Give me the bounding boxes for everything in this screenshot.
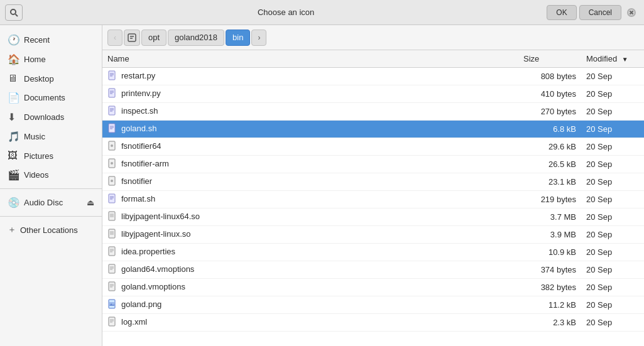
sidebar-item-recent[interactable]: 🕐 Recent — [0, 30, 102, 50]
file-modified: 20 Sep — [581, 244, 644, 261]
table-row[interactable]: libyjpagent-linux.so3.9 MB20 Sep — [102, 226, 644, 244]
file-name: goland.vmoptions — [121, 282, 185, 291]
table-row[interactable]: goland.vmoptions382 bytes20 Sep — [102, 279, 644, 296]
file-name: printenv.py — [121, 89, 161, 98]
file-icon — [107, 158, 117, 168]
table-row[interactable]: libyjpagent-linux64.so3.7 MB20 Sep — [102, 208, 644, 226]
file-icon — [107, 193, 117, 203]
file-name: fsnotifier — [121, 176, 152, 186]
file-icon — [107, 211, 117, 221]
audio-disc-left: 💿 Audio Disc — [8, 197, 63, 208]
table-row[interactable]: fsnotifier6429.6 kB20 Sep — [102, 138, 644, 156]
file-size: 382 bytes — [518, 279, 581, 296]
file-icon — [107, 70, 117, 80]
file-icon — [107, 88, 117, 98]
back-button[interactable]: ‹ — [107, 30, 123, 46]
table-row[interactable]: inspect.sh270 bytes20 Sep — [102, 103, 644, 121]
ok-button[interactable]: OK — [547, 5, 576, 20]
downloads-icon: ⬇ — [8, 111, 19, 123]
pictures-icon: 🖼 — [8, 150, 19, 161]
forward-button[interactable]: › — [251, 30, 266, 46]
table-row[interactable]: log.xml2.3 kB20 Sep — [102, 314, 644, 332]
table-row[interactable]: printenv.py410 bytes20 Sep — [102, 85, 644, 103]
file-name: fsnotifier64 — [121, 141, 161, 151]
sort-arrow-icon: ▼ — [622, 56, 628, 63]
path-segment-bin[interactable]: bin — [226, 30, 250, 46]
table-row[interactable]: format.sh219 bytes20 Sep — [102, 191, 644, 208]
file-modified: 20 Sep — [581, 138, 644, 156]
sidebar-item-home[interactable]: 🏠 Home — [0, 50, 102, 69]
file-size: 3.9 MB — [518, 226, 581, 244]
file-icon — [107, 299, 117, 309]
home-icon: 🏠 — [8, 53, 19, 65]
table-row[interactable]: goland64.vmoptions374 bytes20 Sep — [102, 261, 644, 279]
svg-point-27 — [111, 162, 113, 165]
svg-line-1 — [16, 14, 18, 16]
sidebar-item-downloads[interactable]: ⬇ Downloads — [0, 107, 102, 127]
sidebar-label-audio-disc: Audio Disc — [24, 198, 63, 207]
plus-icon: ＋ — [8, 224, 16, 235]
file-size: 6.8 kB — [518, 121, 581, 138]
svg-rect-8 — [109, 71, 115, 80]
file-size: 23.1 kB — [518, 173, 581, 191]
table-row[interactable]: idea.properties10.9 kB20 Sep — [102, 244, 644, 261]
sidebar-item-documents[interactable]: 📄 Documents — [0, 88, 102, 107]
recent-icon: 🕐 — [8, 34, 19, 46]
file-name: log.xml — [121, 317, 147, 327]
file-list-body: restart.py808 bytes20 Sep printenv.py410… — [102, 68, 644, 332]
file-size: 374 bytes — [518, 261, 581, 279]
svg-rect-12 — [109, 89, 115, 97]
close-button[interactable] — [624, 5, 639, 20]
file-modified: 20 Sep — [581, 173, 644, 191]
file-list[interactable]: Name Size Modified ▼ restart.py808 bytes… — [102, 50, 644, 346]
table-row[interactable]: fsnotifier-arm26.5 kB20 Sep — [102, 156, 644, 173]
main-content: 🕐 Recent 🏠 Home 🖥 Desktop 📄 Documents ⬇ … — [0, 25, 644, 346]
file-name: goland.sh — [121, 124, 156, 133]
file-size: 29.6 kB — [518, 138, 581, 156]
col-header-name[interactable]: Name — [102, 50, 518, 68]
col-header-modified[interactable]: Modified ▼ — [581, 50, 644, 68]
sidebar-item-music[interactable]: 🎵 Music — [0, 127, 102, 146]
eject-icon[interactable]: ⏏ — [87, 198, 94, 207]
sidebar-label-desktop: Desktop — [24, 74, 54, 84]
sidebar-item-other-locations[interactable]: ＋ Other Locations — [0, 220, 102, 239]
path-icon-button[interactable] — [124, 30, 140, 46]
documents-icon: 📄 — [8, 92, 19, 104]
sidebar-item-audio-disc[interactable]: 💿 Audio Disc ⏏ — [0, 193, 102, 212]
table-row[interactable]: goland.png11.2 kB20 Sep — [102, 296, 644, 314]
videos-icon: 🎬 — [8, 169, 19, 181]
svg-rect-20 — [109, 124, 115, 132]
sidebar: 🕐 Recent 🏠 Home 🖥 Desktop 📄 Documents ⬇ … — [0, 25, 102, 346]
svg-rect-50 — [109, 282, 115, 291]
svg-rect-34 — [109, 212, 115, 220]
file-area: ‹ opt goland2018 bin › — [102, 25, 644, 346]
file-icon — [107, 281, 117, 291]
file-modified: 20 Sep — [581, 314, 644, 332]
table-row[interactable]: fsnotifier23.1 kB20 Sep — [102, 173, 644, 191]
table-row[interactable]: restart.py808 bytes20 Sep — [102, 68, 644, 85]
svg-rect-16 — [109, 106, 115, 115]
sidebar-item-pictures[interactable]: 🖼 Pictures — [0, 146, 102, 165]
file-icon — [107, 316, 117, 327]
path-segment-goland2018[interactable]: goland2018 — [168, 30, 224, 46]
sidebar-item-desktop[interactable]: 🖥 Desktop — [0, 69, 102, 88]
search-button[interactable] — [5, 4, 23, 21]
file-size: 410 bytes — [518, 85, 581, 103]
svg-rect-30 — [109, 194, 115, 203]
svg-rect-46 — [109, 264, 115, 273]
pathbar: ‹ opt goland2018 bin › — [102, 25, 644, 50]
cancel-button[interactable]: Cancel — [579, 5, 621, 20]
path-segment-opt[interactable]: opt — [141, 30, 166, 46]
file-icon — [107, 264, 117, 274]
table-row[interactable]: goland.sh6.8 kB20 Sep — [102, 121, 644, 138]
file-modified: 20 Sep — [581, 261, 644, 279]
svg-point-29 — [111, 180, 113, 182]
forward-arrow-icon: › — [258, 33, 260, 42]
back-arrow-icon: ‹ — [114, 33, 116, 42]
file-name: idea.properties — [121, 247, 175, 256]
desktop-icon: 🖥 — [8, 73, 19, 84]
sidebar-item-videos[interactable]: 🎬 Videos — [0, 165, 102, 185]
col-header-size[interactable]: Size — [518, 50, 581, 68]
file-icon — [107, 141, 117, 151]
path-label-opt: opt — [148, 33, 160, 42]
